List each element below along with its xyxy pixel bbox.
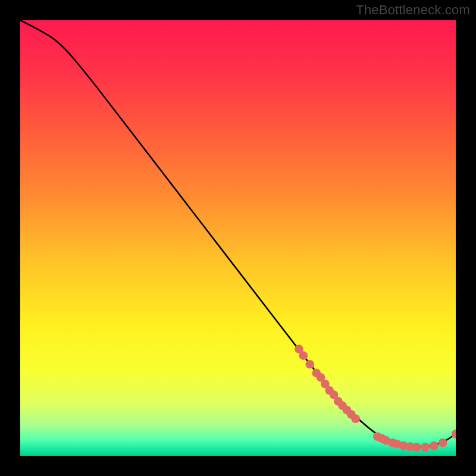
marker-cluster-lower [373, 430, 456, 452]
data-marker [421, 443, 430, 452]
data-marker [430, 441, 439, 450]
data-marker [439, 439, 447, 447]
data-marker [305, 360, 314, 369]
data-marker [412, 443, 421, 452]
chart-frame: TheBottleneck.com [0, 0, 476, 476]
marker-cluster-upper [295, 345, 360, 423]
data-marker [351, 414, 360, 423]
chart-overlay [20, 20, 456, 456]
data-marker [299, 351, 308, 360]
main-curve [20, 20, 456, 447]
plot-area [20, 20, 456, 456]
watermark-text: TheBottleneck.com [356, 2, 470, 18]
